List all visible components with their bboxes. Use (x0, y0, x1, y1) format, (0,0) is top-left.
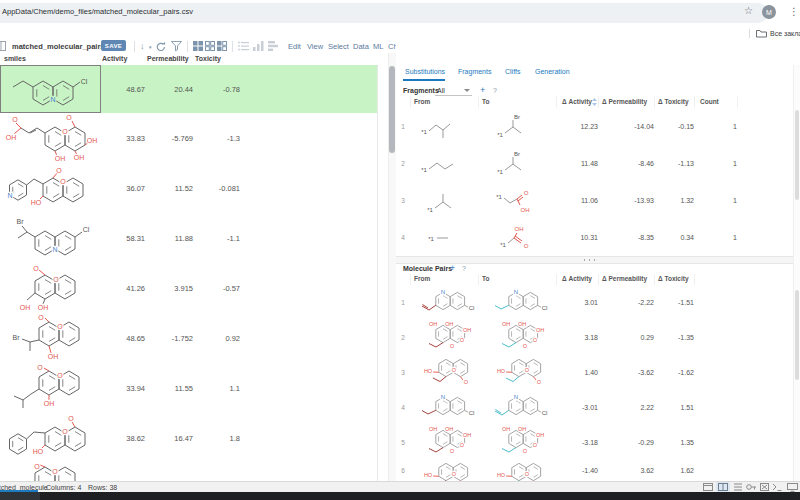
delta-permeability-value: -3.62 (598, 355, 661, 390)
layout-grid-mixed-icon[interactable] (217, 41, 227, 51)
add-pair-button[interactable]: + (450, 263, 455, 273)
menu-edit[interactable]: Edit (288, 42, 301, 51)
fragment-from: *1 (410, 182, 478, 219)
column-header-smiles[interactable]: smiles (4, 55, 26, 62)
svg-text:OH: OH (429, 321, 437, 327)
table-row[interactable]: NHOOO 36.07 11.52 -0.081 (0, 163, 377, 214)
col-count[interactable]: Count (700, 98, 719, 105)
status-bar: matched_molecule Columns: 4 Rows: 38 (0, 481, 800, 492)
table-row[interactable]: OOHOOOHOHOH 33.83 -5.769 -1.3 (0, 113, 377, 164)
fragment-row[interactable]: 4 *1 *1OHO 10.31 -8.35 0.34 1 (396, 219, 793, 257)
pair-from: OHOHOHOO (410, 425, 478, 460)
download-icon[interactable]: ↓ (140, 41, 145, 51)
svg-text:N: N (441, 394, 445, 400)
sync-icon[interactable] (155, 41, 167, 53)
column-header-activity[interactable]: Activity (102, 55, 127, 62)
sort-icon[interactable] (592, 98, 597, 106)
pair-row[interactable]: 3 HOOO HOOO 1.40 -3.62 -1.62 (396, 355, 793, 391)
table-icon[interactable] (0, 41, 6, 51)
table-row[interactable]: OOOH 33.94 11.55 1.1 (0, 363, 377, 414)
help-icon[interactable]: ? (462, 265, 466, 272)
layout-grid-outline-icon[interactable] (205, 41, 215, 51)
delta-permeability-value: 3.62 (598, 460, 661, 481)
molecule-cell: OOOH (0, 363, 100, 413)
column-header-permeability[interactable]: Permeability (147, 55, 189, 62)
svg-text:O: O (525, 471, 530, 477)
permeability-cell: 11.88 (145, 213, 196, 263)
splitter-grip[interactable] (582, 259, 596, 261)
statusbar-icons[interactable] (703, 482, 799, 492)
chem-analysis-panel: Substitutions Fragments Cliffs Generatio… (396, 40, 800, 481)
col-delta-activity[interactable]: Δ Activity (562, 275, 592, 282)
col-to[interactable]: To (482, 275, 489, 282)
table-row[interactable]: OOOHOH 41.26 3.915 -0.57 (0, 263, 377, 314)
save-button[interactable]: SAVE (101, 40, 126, 51)
chevron-down-icon[interactable]: ▾ (149, 44, 152, 50)
toxicity-cell: 1.1 (193, 363, 243, 413)
add-fragment-button[interactable]: + (480, 85, 485, 95)
panel-scrollbar-track[interactable] (793, 65, 800, 481)
url-text[interactable]: AppData/Chem/demo_files/matched_molecula… (2, 7, 193, 16)
col-delta-activity[interactable]: Δ Activity (562, 98, 592, 105)
grid-scrollbar-thumb[interactable] (389, 66, 395, 153)
browser-menu-icon[interactable]: ⋮ (789, 5, 799, 19)
molecule-structure: NCl (410, 390, 478, 425)
panel-scrollbar-thumb[interactable] (795, 290, 799, 380)
list-view-icon-disabled[interactable] (238, 41, 249, 51)
pair-row[interactable]: 2 OHOHOHOO OHOHOHOO 3.18 0.29 -1.35 (396, 320, 793, 356)
molecule-structure: *1Br (478, 108, 556, 145)
fragment-row[interactable]: 3 *1 *1OOH 11.06 -13.93 1.32 1 (396, 182, 793, 220)
molecule-structure: *1Br (478, 145, 556, 182)
table-row[interactable]: ClN 48.67 20.44 -0.78 (0, 65, 377, 114)
pair-row[interactable]: 5 OHOHOHOO OHOHOHOO -3.18 -0.29 1.35 (396, 425, 793, 461)
menu-data[interactable]: Data (353, 42, 369, 51)
svg-text:*1: *1 (497, 131, 503, 137)
pair-row[interactable]: 6 HOOO HOOO -1.40 3.62 1.62 (396, 460, 793, 481)
menu-view[interactable]: View (307, 42, 323, 51)
tab-cliffs[interactable]: Cliffs (505, 68, 520, 75)
tab-fragments[interactable]: Fragments (458, 68, 491, 75)
tab-generation[interactable]: Generation (535, 68, 570, 75)
help-icon[interactable]: ? (493, 87, 497, 94)
activity-cell: 58.31 (100, 213, 148, 263)
col-to[interactable]: To (482, 98, 489, 105)
table-row[interactable]: OO (0, 463, 377, 481)
menu-select[interactable]: Select (328, 42, 349, 51)
molecule-cell: OOOHOH (0, 263, 100, 313)
fragment-row[interactable]: 1 *1 *1Br 12.23 -14.04 -0.15 1 (396, 108, 793, 146)
col-delta-toxicity[interactable]: Δ Toxicity (658, 275, 689, 282)
col-from[interactable]: From (414, 275, 430, 282)
all-bookmarks-label[interactable]: Все закладки (770, 30, 800, 37)
molecule-structure: HOOO (478, 355, 556, 390)
layout-grid-filled-icon[interactable] (193, 41, 203, 51)
svg-text:OH: OH (520, 206, 529, 212)
table-row[interactable]: OOBrOH 48.65 -1.752 0.92 (0, 313, 377, 364)
table-row[interactable]: HOOO 38.62 16.47 1.8 (0, 413, 377, 464)
svg-text:OH: OH (502, 426, 510, 432)
delta-toxicity-value: -1.51 (654, 285, 701, 320)
col-delta-permeability[interactable]: Δ Permeability (602, 275, 647, 282)
panel-scrollbar-thumb[interactable] (795, 110, 799, 200)
col-from[interactable]: From (414, 98, 430, 105)
col-delta-toxicity[interactable]: Δ Toxicity (658, 98, 689, 105)
tab-substitutions[interactable]: Substitutions (405, 68, 445, 75)
filter-icon[interactable] (171, 41, 182, 52)
svg-text:O: O (523, 343, 528, 349)
fragments-filter-select[interactable]: All (437, 87, 445, 94)
permeability-cell: -1.752 (145, 313, 196, 363)
table-row[interactable]: BrClN 58.31 11.88 -1.1 (0, 213, 377, 264)
bar-chart-icon-disabled[interactable] (253, 41, 264, 51)
svg-text:Cl: Cl (469, 409, 475, 415)
chevron-down-icon[interactable] (464, 89, 470, 92)
avatar[interactable]: M (762, 5, 776, 19)
pair-row[interactable]: 4 NCl NCl -3.01 2.22 1.51 (396, 390, 793, 426)
bookmark-star-icon[interactable]: ☆ (744, 6, 753, 16)
fragment-row[interactable]: 2 *1 *1Br 11.48 -8.46 -1.13 1 (396, 145, 793, 183)
pair-row[interactable]: 1 NCl NCl 3.01 -2.22 -1.51 (396, 285, 793, 321)
menu-ml[interactable]: ML (373, 42, 383, 51)
panel-splitter[interactable] (396, 256, 793, 264)
column-header-toxicity[interactable]: Toxicity (195, 55, 221, 62)
col-delta-permeability[interactable]: Δ Permeability (602, 98, 647, 105)
svg-text:N: N (514, 394, 518, 400)
hbar-chart-icon-disabled[interactable] (268, 41, 279, 51)
